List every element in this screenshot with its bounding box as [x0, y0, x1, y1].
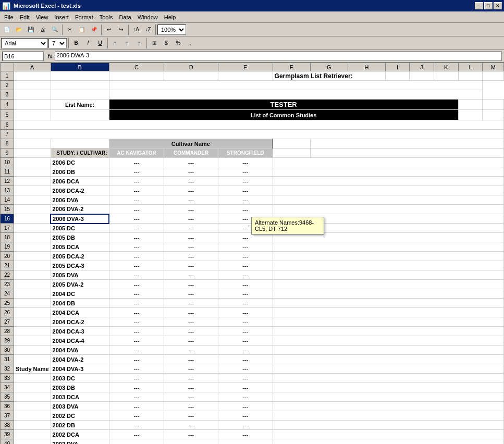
menu-help[interactable]: Help — [161, 13, 179, 21]
row-header-5[interactable]: 5 — [1, 110, 14, 120]
cell-c8[interactable]: Cultivar Name — [109, 139, 273, 149]
row-header-10[interactable]: 10 — [1, 158, 14, 167]
cell-b35[interactable]: 2003 DCA — [51, 392, 109, 402]
cell-c19[interactable]: --- — [109, 242, 164, 252]
cell-a20[interactable] — [14, 252, 51, 261]
cell-e27[interactable]: --- — [218, 317, 273, 327]
print-button[interactable]: 🖨 — [37, 24, 48, 35]
cell-b34[interactable]: 2003 DB — [51, 383, 109, 392]
cell-b16[interactable]: 2006 DVA-3 — [51, 214, 109, 224]
cell-c13[interactable]: --- — [109, 186, 164, 195]
cell-d17[interactable]: --- — [164, 224, 218, 233]
row-header-37[interactable]: 37 — [1, 411, 14, 421]
cell-k1[interactable] — [434, 71, 458, 81]
undo-button[interactable]: ↩ — [103, 24, 115, 35]
row-header-21[interactable]: 21 — [1, 261, 14, 270]
font-select[interactable]: Arial — [1, 38, 48, 48]
cell-a25[interactable] — [14, 299, 51, 308]
cell-e20[interactable]: --- — [218, 252, 273, 261]
cell-b2[interactable] — [51, 81, 109, 90]
align-right-button[interactable]: ≡ — [133, 38, 145, 49]
cell-e38[interactable]: --- — [218, 421, 273, 430]
col-header-j[interactable]: J — [410, 63, 434, 71]
row-header-22[interactable]: 22 — [1, 270, 14, 280]
row-header-6[interactable]: 6 — [1, 120, 14, 130]
cell-f36[interactable] — [273, 402, 503, 411]
menu-format[interactable]: Format — [72, 13, 96, 21]
row-header-11[interactable]: 11 — [1, 167, 14, 177]
cell-c10[interactable]: --- — [109, 158, 164, 167]
row-header-13[interactable]: 13 — [1, 186, 14, 195]
cell-e22[interactable]: --- — [218, 270, 273, 280]
cell-c33[interactable]: --- — [109, 374, 164, 383]
cell-d38[interactable]: --- — [164, 421, 218, 430]
comma-button[interactable]: , — [185, 38, 196, 49]
cell-b26[interactable]: 2004 DCA — [51, 308, 109, 317]
cell-a40[interactable] — [14, 439, 51, 445]
close-button[interactable]: ✕ — [494, 2, 502, 9]
print-preview-button[interactable]: 🔍 — [49, 24, 60, 35]
cell-c30[interactable]: --- — [109, 346, 164, 355]
menu-insert[interactable]: Insert — [51, 13, 72, 21]
cell-a14[interactable] — [14, 195, 51, 205]
cell-b32[interactable]: 2004 DVA-3 — [51, 364, 109, 374]
cell-a8[interactable] — [14, 139, 51, 149]
cell-e29[interactable]: --- — [218, 336, 273, 346]
cell-a22[interactable] — [14, 270, 51, 280]
cell-d10[interactable]: --- — [164, 158, 218, 167]
row-header-29[interactable]: 29 — [1, 336, 14, 346]
row-header-24[interactable]: 24 — [1, 289, 14, 299]
cell-d37[interactable]: --- — [164, 411, 218, 421]
cell-a30[interactable] — [14, 346, 51, 355]
row-header-26[interactable]: 26 — [1, 308, 14, 317]
cell-f12[interactable] — [273, 177, 503, 186]
row-header-8[interactable]: 8 — [1, 139, 14, 149]
col-header-c[interactable]: C — [109, 63, 164, 71]
cell-d25[interactable]: --- — [164, 299, 218, 308]
row-header-18[interactable]: 18 — [1, 233, 14, 242]
cell-a9[interactable] — [14, 149, 51, 158]
cell-e30[interactable]: --- — [218, 346, 273, 355]
cell-f13[interactable] — [273, 186, 503, 195]
cell-b12[interactable]: 2006 DCA — [51, 177, 109, 186]
cell-a11[interactable] — [14, 167, 51, 177]
row-header-28[interactable]: 28 — [1, 327, 14, 336]
cell-b9[interactable]: STUDY: / CULTIVAR: — [51, 149, 109, 158]
row-header-9[interactable]: 9 — [1, 149, 14, 158]
cell-a7[interactable] — [14, 130, 504, 139]
cell-f20[interactable] — [273, 252, 503, 261]
cell-e13[interactable]: --- — [218, 186, 273, 195]
cell-f11[interactable] — [273, 167, 503, 177]
cell-d27[interactable]: --- — [164, 317, 218, 327]
cell-b33[interactable]: 2003 DC — [51, 374, 109, 383]
cell-c26[interactable]: --- — [109, 308, 164, 317]
menu-view[interactable]: View — [33, 13, 52, 21]
cell-j1[interactable] — [410, 71, 434, 81]
row-header-1[interactable]: 1 — [1, 71, 14, 81]
cell-c39[interactable]: --- — [109, 430, 164, 439]
cell-c1[interactable] — [109, 71, 164, 81]
cell-b24[interactable]: 2004 DC — [51, 289, 109, 299]
row-header-3[interactable]: 3 — [1, 90, 14, 100]
cell-f9[interactable] — [273, 149, 310, 158]
cell-f14[interactable] — [273, 195, 503, 205]
row-header-7[interactable]: 7 — [1, 130, 14, 139]
menu-window[interactable]: Window — [134, 13, 161, 21]
cell-f25[interactable] — [273, 299, 503, 308]
cell-e10[interactable]: --- — [218, 158, 273, 167]
cell-a36[interactable] — [14, 402, 51, 411]
cell-e40[interactable]: --- — [218, 439, 273, 445]
cell-d12[interactable]: --- — [164, 177, 218, 186]
cell-m5[interactable] — [483, 110, 504, 120]
cell-e24[interactable]: --- — [218, 289, 273, 299]
cell-a17[interactable] — [14, 224, 51, 233]
percent-button[interactable]: % — [173, 38, 184, 49]
cell-d34[interactable]: --- — [164, 383, 218, 392]
cell-f10[interactable] — [273, 158, 503, 167]
cell-e1[interactable] — [218, 71, 273, 81]
row-header-23[interactable]: 23 — [1, 280, 14, 289]
cell-d20[interactable]: --- — [164, 252, 218, 261]
cell-c32[interactable]: --- — [109, 364, 164, 374]
cell-l1[interactable] — [458, 71, 483, 81]
cell-b40[interactable]: 2002 DVA — [51, 439, 109, 445]
